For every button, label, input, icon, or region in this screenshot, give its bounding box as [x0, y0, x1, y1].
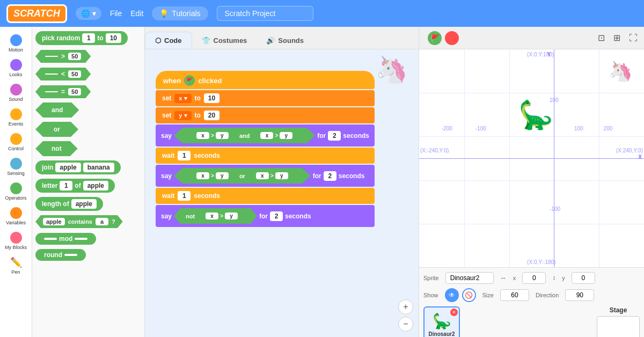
set-x-value[interactable]: 10 — [204, 93, 219, 103]
block-join-a[interactable]: apple — [55, 163, 80, 172]
say3-duration[interactable]: 2 — [270, 211, 283, 221]
small-stage-button[interactable]: ⊡ — [596, 31, 607, 45]
show-hidden-button[interactable]: 🚫 — [462, 288, 476, 302]
op4-y[interactable]: y — [275, 172, 288, 179]
set-x-block[interactable]: set x ▾ to 10 — [156, 90, 375, 106]
block-contains[interactable]: apple contains a ? — [35, 215, 123, 228]
block-lt-right[interactable]: 50 — [68, 70, 81, 78]
op5-y[interactable]: y — [225, 213, 238, 219]
scratch-logo[interactable]: SCRATCH — [6, 4, 67, 23]
sprite-name-input[interactable] — [445, 272, 494, 284]
block-less-than[interactable]: < 50 — [35, 68, 91, 80]
large-stage-button[interactable]: ⊞ — [611, 31, 623, 45]
tab-code[interactable]: ⬡ Code — [145, 32, 192, 49]
block-lt-left[interactable] — [45, 74, 58, 75]
say-or-block[interactable]: say x > y or x > y — [156, 165, 375, 187]
edit-menu[interactable]: Edit — [130, 9, 143, 18]
say-and-block[interactable]: say x > y and x > — [156, 124, 375, 146]
say2-duration[interactable]: 2 — [324, 171, 336, 181]
block-equals[interactable]: = 50 — [35, 85, 91, 98]
not-operator-block[interactable]: not x > y — [174, 208, 257, 224]
block-eq-left[interactable] — [45, 91, 58, 92]
sidebar-item-myblocks[interactable]: My Blocks — [0, 230, 32, 252]
block-eq-right[interactable]: 50 — [68, 88, 81, 96]
block-letter-num[interactable]: 1 — [60, 181, 72, 191]
green-flag-button[interactable]: 🚩 — [428, 31, 442, 45]
block-length-word[interactable]: apple — [71, 199, 97, 209]
block-random-max[interactable]: 10 — [106, 33, 121, 43]
block-pick-random[interactable]: pick random 1 to 10 — [35, 31, 128, 45]
op3-xy[interactable]: x > y — [189, 171, 236, 181]
say1-duration[interactable]: 2 — [328, 131, 341, 141]
op1-x[interactable]: x — [196, 132, 209, 139]
sidebar-item-operators[interactable]: Operators — [0, 180, 32, 203]
block-join[interactable]: join apple banana — [35, 160, 121, 174]
op3-x[interactable]: x — [196, 172, 209, 179]
op2-y[interactable]: y — [280, 132, 292, 139]
op4-x[interactable]: x — [256, 172, 269, 179]
block-and[interactable]: and — [35, 102, 79, 118]
op5-x[interactable]: x — [206, 213, 218, 219]
sidebar-item-control[interactable]: Control — [0, 131, 32, 153]
zoom-in-button[interactable]: + — [398, 299, 413, 314]
sprite-thumb-dinosaur[interactable]: ✕ 🦕 Dinosaur2 — [423, 306, 460, 337]
zoom-out-button[interactable]: − — [398, 317, 413, 332]
stop-button[interactable] — [445, 31, 459, 45]
set-y-block[interactable]: set y ▾ to 20 — [156, 107, 375, 123]
y-value-input[interactable] — [572, 272, 595, 284]
delete-sprite-badge[interactable]: ✕ — [450, 309, 458, 316]
block-or[interactable]: or — [35, 122, 78, 137]
sidebar-item-sound[interactable]: Sound — [0, 82, 32, 104]
block-length-of[interactable]: length of apple — [35, 197, 103, 211]
sidebar-item-pen[interactable]: ✏️ Pen — [0, 254, 32, 277]
block-mod-a[interactable] — [44, 238, 57, 240]
wait1-duration[interactable]: 1 — [178, 151, 191, 160]
block-contains-word[interactable]: apple — [43, 218, 65, 225]
block-greater-than[interactable]: > 50 — [35, 50, 91, 63]
sidebar-item-events[interactable]: Events — [0, 106, 32, 129]
or-operator-block[interactable]: x > y or x > y — [174, 168, 311, 184]
x-dropdown[interactable]: x ▾ — [174, 94, 191, 103]
op3-y[interactable]: y — [216, 172, 229, 179]
block-contains-val[interactable]: a — [96, 218, 108, 225]
file-menu[interactable]: File — [110, 9, 122, 18]
op4-xy[interactable]: x > y — [248, 171, 296, 181]
op2-xy[interactable]: x > y — [253, 130, 300, 141]
set-y-value[interactable]: 20 — [204, 111, 219, 120]
when-flag-clicked-block[interactable]: when 🚩 clicked — [156, 71, 375, 89]
and-operator-block[interactable]: x > y and x > y — [174, 128, 315, 143]
op1-xy[interactable]: x > y — [189, 130, 236, 141]
block-join-b[interactable]: banana — [83, 163, 114, 172]
block-not[interactable]: not — [35, 141, 78, 156]
block-round-val[interactable] — [64, 254, 77, 256]
block-round[interactable]: round — [35, 249, 86, 261]
block-mod[interactable]: mod — [35, 233, 96, 245]
say-not-block[interactable]: say not x > y for 2 seconds — [156, 205, 375, 227]
sidebar-item-looks[interactable]: Looks — [0, 57, 32, 79]
sidebar-item-motion[interactable]: Motion — [0, 32, 32, 55]
x-value-input[interactable] — [522, 272, 546, 284]
op5-xy[interactable]: x > y — [198, 211, 245, 221]
size-value-input[interactable] — [500, 289, 529, 301]
block-gt-right[interactable]: 50 — [68, 53, 81, 60]
show-visible-button[interactable]: 👁 — [445, 288, 459, 302]
tutorials-button[interactable]: 💡 Tutorials — [152, 6, 208, 20]
project-name-input[interactable] — [217, 6, 313, 21]
tab-costumes[interactable]: 👕 Costumes — [192, 32, 257, 49]
block-letter-of[interactable]: letter 1 of apple — [35, 179, 115, 193]
wait-1-block[interactable]: wait 1 seconds — [156, 148, 375, 164]
block-random-min[interactable]: 1 — [82, 33, 95, 43]
block-mod-b[interactable] — [75, 238, 87, 240]
globe-button[interactable]: 🌐 ▾ — [76, 7, 101, 20]
op2-x[interactable]: x — [260, 132, 273, 139]
y-dropdown[interactable]: y ▾ — [174, 111, 191, 120]
sidebar-item-sensing[interactable]: Sensing — [0, 156, 32, 178]
op1-y[interactable]: y — [216, 132, 229, 139]
fullscreen-button[interactable]: ⛶ — [627, 31, 640, 45]
tab-sounds[interactable]: 🔊 Sounds — [257, 32, 313, 49]
wait-2-block[interactable]: wait 1 seconds — [156, 188, 375, 204]
block-gt-left[interactable] — [45, 56, 58, 57]
direction-value-input[interactable] — [565, 289, 594, 301]
wait2-duration[interactable]: 1 — [178, 191, 191, 201]
block-letter-word[interactable]: apple — [83, 181, 108, 191]
